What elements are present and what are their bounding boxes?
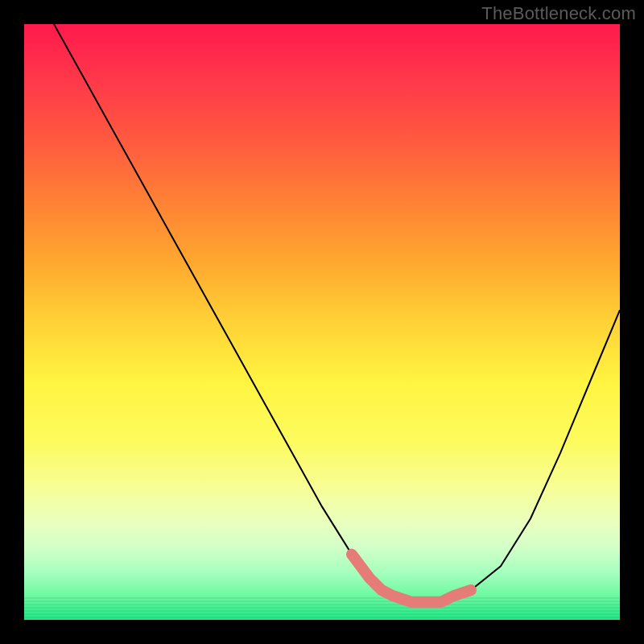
chart-container: TheBottleneck.com <box>0 0 644 644</box>
bottleneck-curve <box>54 24 620 602</box>
plot-area <box>24 24 620 620</box>
curve-svg <box>24 24 620 620</box>
watermark-text: TheBottleneck.com <box>481 3 636 24</box>
highlight-range <box>352 555 471 602</box>
